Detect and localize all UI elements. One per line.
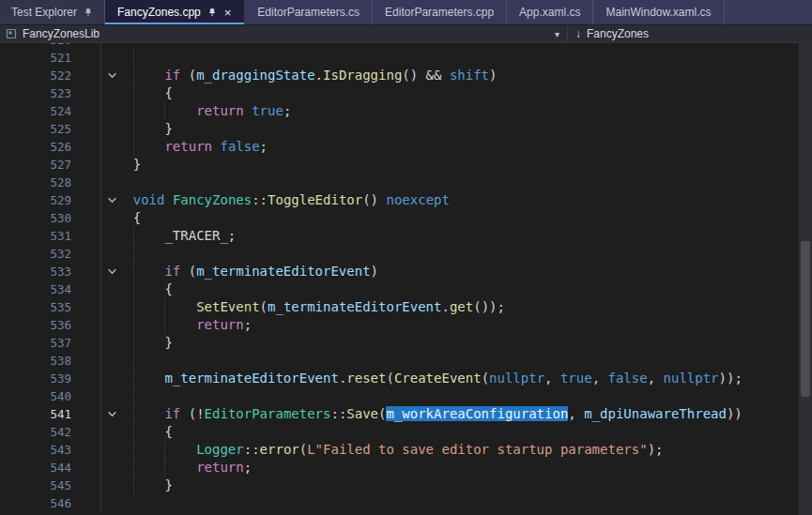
breakpoint-gutter[interactable] [71,209,101,227]
code-line-545[interactable]: 545 } [0,477,812,494]
scrollbar-thumb[interactable] [801,241,810,397]
code-line-524[interactable]: 524 return true; [0,102,812,120]
code-editor[interactable]: 520521522 if (m_draggingState.IsDragging… [0,43,812,515]
breakpoint-gutter[interactable] [71,334,101,352]
line-number[interactable]: 521 [0,49,71,67]
line-number[interactable]: 536 [0,316,71,334]
line-number[interactable]: 523 [0,84,71,102]
line-number[interactable]: 541 [0,405,71,423]
code-line-535[interactable]: 535 SetEvent(m_terminateEditorEvent.get(… [0,298,812,316]
line-number[interactable]: 543 [0,441,71,459]
code-text[interactable]: return; [101,459,812,477]
pin-icon[interactable] [84,8,93,18]
breakpoint-gutter[interactable] [71,423,101,441]
code-text[interactable]: { [101,84,812,102]
line-number[interactable]: 528 [0,174,71,191]
fold-chevron-icon[interactable] [107,409,117,419]
tab-mainwindow-xaml-cs[interactable]: MainWindow.xaml.cs [593,0,724,24]
code-line-522[interactable]: 522 if (m_draggingState.IsDragging() && … [0,67,812,84]
code-text[interactable]: return true; [101,102,812,120]
breakpoint-gutter[interactable] [71,156,101,174]
line-number[interactable]: 533 [0,263,71,280]
project-dropdown[interactable]: FancyZonesLib ▾ [0,25,567,42]
code-line-536[interactable]: 536 return; [0,316,812,334]
code-line-544[interactable]: 544 return; [0,459,812,477]
code-text[interactable] [101,494,812,512]
code-line-527[interactable]: 527 } [0,156,812,174]
code-line-532[interactable]: 532 [0,245,812,263]
code-text[interactable]: { [101,280,812,298]
line-number[interactable]: 546 [0,494,71,512]
line-number[interactable]: 545 [0,477,71,494]
code-line-539[interactable]: 539 m_terminateEditorEvent.reset(CreateE… [0,370,812,387]
breakpoint-gutter[interactable] [71,387,101,405]
tab-app-xaml-cs[interactable]: App.xaml.cs [507,0,593,24]
code-text[interactable]: } [101,334,812,352]
line-number[interactable]: 527 [0,156,71,174]
line-number[interactable]: 532 [0,245,71,263]
breakpoint-gutter[interactable] [71,405,101,423]
breakpoint-gutter[interactable] [71,441,101,459]
code-line-526[interactable]: 526 return false; [0,138,812,156]
line-number[interactable]: 531 [0,227,71,245]
tab-test-explorer[interactable]: Test Explorer [0,0,105,24]
code-line-530[interactable]: 530 { [0,209,812,227]
code-line-525[interactable]: 525 } [0,120,812,138]
line-number[interactable]: 534 [0,280,71,298]
code-text[interactable]: SetEvent(m_terminateEditorEvent.get()); [101,298,812,316]
breakpoint-gutter[interactable] [71,245,101,263]
code-text[interactable]: m_terminateEditorEvent.reset(CreateEvent… [101,370,812,387]
code-line-542[interactable]: 542 { [0,423,812,441]
symbol-dropdown[interactable]: ↓ FancyZones [568,25,812,42]
tab-editorparameters-cpp[interactable]: EditorParameters.cpp [373,0,507,24]
code-text[interactable]: } [101,477,812,494]
code-text[interactable]: { [101,209,812,227]
line-number[interactable]: 522 [0,67,71,84]
line-number[interactable]: 529 [0,191,71,209]
code-line-529[interactable]: 529 void FancyZones::ToggleEditor() noex… [0,191,812,209]
code-text[interactable]: if (m_draggingState.IsDragging() && shif… [101,67,812,84]
breakpoint-gutter[interactable] [71,477,101,494]
breakpoint-gutter[interactable] [71,67,101,84]
code-text[interactable] [101,174,812,191]
fold-chevron-icon[interactable] [107,195,117,205]
code-text[interactable]: Logger::error(L"Failed to save editor st… [101,441,812,459]
code-text[interactable] [101,49,812,67]
breakpoint-gutter[interactable] [71,138,101,156]
line-number[interactable]: 526 [0,138,71,156]
code-line-521[interactable]: 521 [0,49,812,67]
breakpoint-gutter[interactable] [71,494,101,512]
breakpoint-gutter[interactable] [71,280,101,298]
code-line-543[interactable]: 543 Logger::error(L"Failed to save edito… [0,441,812,459]
code-text[interactable]: if (m_terminateEditorEvent) [101,263,812,280]
breakpoint-gutter[interactable] [71,459,101,477]
code-line-538[interactable]: 538 [0,352,812,370]
chevron-down-icon[interactable]: ▾ [555,29,559,39]
line-number[interactable]: 538 [0,352,71,370]
line-number[interactable]: 539 [0,370,71,387]
code-line-528[interactable]: 528 [0,174,812,191]
fold-chevron-icon[interactable] [107,70,117,81]
code-text[interactable]: return false; [101,138,812,156]
code-text[interactable] [101,245,812,263]
code-line-546[interactable]: 546 [0,494,812,512]
code-text[interactable]: return; [101,316,812,334]
vertical-scrollbar[interactable] [799,43,812,515]
breakpoint-gutter[interactable] [71,370,101,387]
line-number[interactable]: 525 [0,120,71,138]
line-number[interactable]: 524 [0,102,71,120]
pin-icon[interactable] [207,8,217,18]
code-text[interactable]: void FancyZones::ToggleEditor() noexcept [101,191,812,209]
line-number[interactable]: 530 [0,209,71,227]
breakpoint-gutter[interactable] [71,49,101,67]
code-line-537[interactable]: 537 } [0,334,812,352]
code-line-531[interactable]: 531 _TRACER_; [0,227,812,245]
code-text[interactable] [101,352,812,370]
code-text[interactable]: { [101,423,812,441]
breakpoint-gutter[interactable] [71,174,101,191]
code-text[interactable]: if (!EditorParameters::Save(m_workAreaCo… [101,405,812,423]
tab-fancyzones-cpp[interactable]: FancyZones.cpp× [105,0,245,24]
line-number[interactable]: 540 [0,387,71,405]
code-text[interactable]: _TRACER_; [101,227,812,245]
code-line-534[interactable]: 534 { [0,280,812,298]
